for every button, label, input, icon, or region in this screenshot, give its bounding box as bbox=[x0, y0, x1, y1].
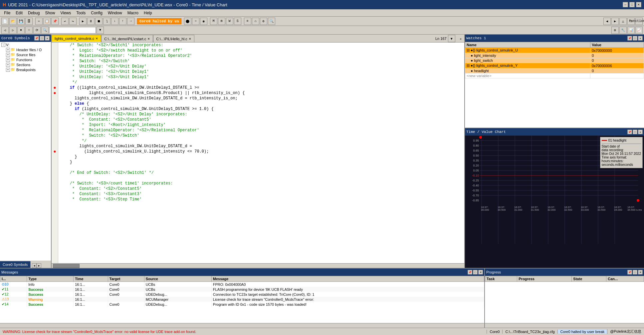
tb-debug3[interactable]: ⏹ bbox=[95, 18, 103, 25]
chart-pin-btn[interactable]: 📌 bbox=[627, 130, 632, 134]
menu-debug[interactable]: Debug bbox=[25, 10, 42, 16]
tb-right1[interactable]: ◀ bbox=[603, 18, 611, 25]
menu-tools[interactable]: Tools bbox=[74, 10, 88, 16]
close-button[interactable]: ✕ bbox=[636, 2, 641, 7]
menu-views[interactable]: Views bbox=[58, 10, 74, 16]
tb2-extra2[interactable]: 🔧 bbox=[619, 27, 627, 34]
menu-config[interactable]: Config bbox=[88, 10, 105, 16]
core0-symbols-tab[interactable]: Core0 Symbols bbox=[0, 261, 31, 268]
tb-bp3[interactable]: ◉ bbox=[200, 18, 207, 25]
code-text[interactable]: /* Switch: '<S2>/Switch1' incorporates: … bbox=[58, 43, 464, 263]
tab-hello-close[interactable]: ✕ bbox=[189, 37, 191, 41]
tb-cut-btn[interactable]: ✂ bbox=[35, 18, 43, 25]
watches-pin-btn[interactable]: 📌 bbox=[627, 36, 632, 41]
menu-show[interactable]: Show bbox=[42, 10, 58, 16]
menu-window[interactable]: Window bbox=[105, 10, 125, 16]
tb2-2[interactable]: ▷ bbox=[9, 27, 17, 34]
chart-close-btn[interactable]: ✕ bbox=[638, 130, 643, 134]
maximize-button[interactable]: □ bbox=[629, 2, 635, 7]
watches-float-btn[interactable]: □ bbox=[633, 36, 637, 41]
tb2-search[interactable]: 🔍 bbox=[41, 27, 49, 34]
tab-cstart[interactable]: C:\...\hl_demo\PiL\cstart.c ✕ bbox=[101, 35, 153, 42]
expand-root-icon[interactable]: − bbox=[1, 43, 5, 47]
chart-float-btn[interactable]: □ bbox=[633, 130, 637, 134]
tb-save-btn[interactable]: 💾 bbox=[17, 18, 25, 25]
tb2-1[interactable]: ◁ bbox=[1, 27, 9, 34]
tb-debug2[interactable]: ⏸ bbox=[87, 18, 95, 25]
menu-help[interactable]: Help bbox=[141, 10, 155, 16]
minimize-button[interactable]: ─ bbox=[623, 2, 628, 7]
tb2-3[interactable]: ● bbox=[17, 27, 25, 34]
tb-run-to[interactable]: → bbox=[127, 18, 134, 25]
expand-breakpoints-icon[interactable]: + bbox=[6, 68, 10, 72]
tb-more3[interactable]: ⚙ bbox=[260, 18, 267, 25]
progress-close-btn[interactable]: ✕ bbox=[638, 270, 643, 275]
messages-float-btn[interactable]: □ bbox=[473, 270, 478, 275]
tb-bp2[interactable]: ○ bbox=[192, 18, 199, 25]
progress-float-btn[interactable]: □ bbox=[633, 270, 637, 275]
function-btn[interactable]: Function_d bbox=[635, 18, 643, 25]
tab-left-arrow[interactable]: ◀ bbox=[32, 263, 37, 268]
progress-pin-btn[interactable]: 📌 bbox=[627, 270, 632, 275]
expand-sections-icon[interactable]: + bbox=[6, 63, 10, 67]
expand-functions-icon[interactable]: + bbox=[6, 58, 10, 62]
tb2-4[interactable]: ○ bbox=[25, 27, 33, 34]
ln-dropdown[interactable]: ▼ bbox=[448, 35, 455, 42]
tb-right2[interactable]: ▶ bbox=[611, 18, 619, 25]
menu-file[interactable]: File bbox=[1, 10, 13, 16]
tb-undo-btn[interactable]: ↩ bbox=[61, 18, 69, 25]
msg-row-12[interactable]: ✔12 Success 16:1... Core0 UDEDebug... Co… bbox=[0, 292, 484, 297]
panel-pin-btn[interactable]: 📌 bbox=[34, 36, 39, 41]
panel-close-btn[interactable]: ✕ bbox=[45, 36, 50, 41]
expand-source-icon[interactable]: + bbox=[6, 53, 10, 57]
watches-row-3[interactable]: ⊟ ●{} lights_control_simulink_Y 0x700000… bbox=[465, 63, 644, 68]
tb-debug1[interactable]: ▶ bbox=[79, 18, 87, 25]
tb-save-all-btn[interactable]: 🗄 bbox=[25, 18, 33, 25]
menu-edit[interactable]: Edit bbox=[13, 10, 25, 16]
tree-sections[interactable]: + 📁 Sections bbox=[1, 62, 50, 67]
tb-watch[interactable]: W bbox=[226, 18, 233, 25]
messages-close-btn[interactable]: ✕ bbox=[478, 270, 483, 275]
tb-bp1[interactable]: ⬤ bbox=[184, 18, 191, 25]
tb-stack[interactable]: S bbox=[234, 18, 241, 25]
tb2-dropdown[interactable]: ▼ bbox=[97, 27, 104, 34]
tb-step-into[interactable]: ↓ bbox=[111, 18, 118, 25]
tb2-5[interactable]: ⟳ bbox=[33, 27, 41, 34]
tb2-extra4[interactable]: 📈 bbox=[635, 27, 643, 34]
tb-more2[interactable]: ⌂ bbox=[252, 18, 259, 25]
tb-step-over[interactable]: ⤵ bbox=[103, 18, 110, 25]
msg-row-14[interactable]: ✔14 Success 16:1... Core0 UDEDebug... Pr… bbox=[0, 302, 484, 307]
tab-right-arrow[interactable]: ▶ bbox=[37, 263, 41, 268]
tab-lights-control[interactable]: lights_control_simulink.c ✕ bbox=[52, 35, 101, 42]
tb-mem2[interactable]: m bbox=[218, 18, 225, 25]
tb-new-btn[interactable]: 📄 bbox=[1, 18, 9, 25]
watches-row-5[interactable]: <new variable> bbox=[465, 73, 644, 78]
watches-close-btn[interactable]: ✕ bbox=[638, 36, 643, 41]
tree-functions[interactable]: + 📁 Functions bbox=[1, 57, 50, 62]
tab-cstart-close[interactable]: ✕ bbox=[147, 37, 150, 41]
watches-row-1[interactable]: ● light_intensity 0 bbox=[465, 53, 644, 58]
msg-row-13[interactable]: ⚠13 Warning 16:1... MCUManager License c… bbox=[0, 297, 484, 302]
tb-more4[interactable]: 🔍 bbox=[268, 18, 275, 25]
tree-breakpoints[interactable]: + 📁 Breakpoints bbox=[1, 67, 50, 72]
msg-row-10[interactable]: ⊙10 Info 16:1... Core0 UCBs FPRO: 0x0040… bbox=[0, 282, 484, 287]
tree-header-files[interactable]: + 📁 Header files / O bbox=[1, 47, 50, 52]
search-input[interactable] bbox=[49, 27, 96, 34]
watches-row-2[interactable]: ● light_switch 0 bbox=[465, 58, 644, 63]
msg-row-11[interactable]: ✔11 Success 16:1... Core0 UCBs FLASH pro… bbox=[0, 287, 484, 292]
tree-source-files[interactable]: + 📁 Source files bbox=[1, 52, 50, 57]
tb-paste-btn[interactable]: 📌 bbox=[51, 18, 59, 25]
tree-root[interactable]: − V: bbox=[1, 43, 50, 47]
watches-row-4[interactable]: ● headlight 0 bbox=[465, 68, 644, 73]
tb-redo-btn[interactable]: ↪ bbox=[69, 18, 77, 25]
panel-float-btn[interactable]: □ bbox=[40, 36, 44, 41]
tb2-extra1[interactable]: ⚙ bbox=[611, 27, 619, 34]
expand-header-icon[interactable]: + bbox=[6, 48, 10, 52]
menu-macro[interactable]: Macro bbox=[125, 10, 141, 16]
progress-scrollbar-h[interactable] bbox=[485, 323, 644, 328]
code-area[interactable]: ● ● ● bbox=[52, 43, 464, 263]
messages-pin-btn[interactable]: 📌 bbox=[468, 270, 472, 275]
editor-close-btn[interactable]: ✕ bbox=[457, 36, 464, 42]
tb-open-btn[interactable]: 📂 bbox=[9, 18, 17, 25]
editor-scrollbar-h[interactable] bbox=[52, 263, 464, 268]
